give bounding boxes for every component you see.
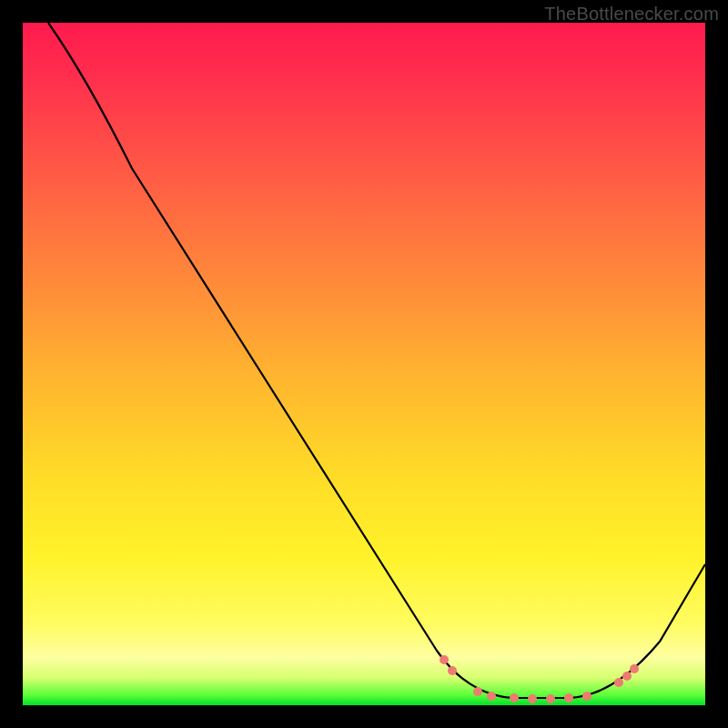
- svg-point-7: [564, 693, 573, 703]
- svg-point-3: [487, 692, 496, 701]
- svg-point-0: [440, 655, 449, 664]
- chart-plot-area: [23, 23, 705, 705]
- chart-markers: [440, 655, 639, 703]
- svg-point-2: [473, 687, 482, 696]
- svg-point-10: [622, 672, 632, 681]
- svg-point-9: [614, 678, 623, 687]
- svg-point-1: [448, 666, 457, 675]
- svg-point-6: [546, 694, 555, 703]
- svg-point-4: [510, 693, 519, 703]
- svg-point-11: [630, 664, 639, 673]
- attribution-label: TheBottlenecker.com: [544, 4, 719, 25]
- chart-frame: TheBottlenecker.com: [0, 0, 728, 728]
- chart-curve: [48, 23, 705, 698]
- svg-point-8: [582, 692, 592, 701]
- svg-point-5: [528, 694, 537, 703]
- chart-svg: [23, 23, 705, 705]
